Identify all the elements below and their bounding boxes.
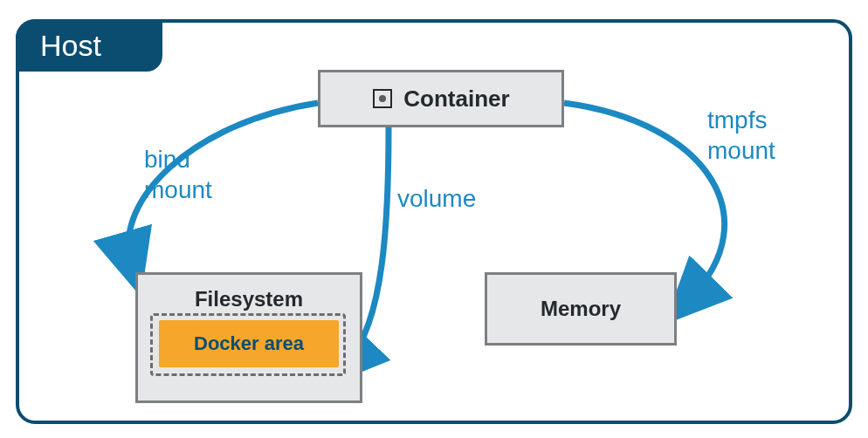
label-volume: volume [397, 183, 476, 214]
filesystem-label: Filesystem [195, 287, 303, 311]
box-memory: Memory [485, 272, 677, 346]
host-tab: Host [16, 19, 162, 72]
label-bind-mount: bindmount [144, 144, 212, 205]
docker-area: Docker area [159, 320, 339, 367]
label-tmpfs-mount: tmpfsmount [707, 105, 775, 166]
docker-storage-diagram: Host Container Filesystem Docker area [0, 0, 868, 438]
box-filesystem: Filesystem Docker area [135, 272, 362, 403]
docker-area-label: Docker area [194, 332, 304, 355]
svg-point-1 [379, 95, 386, 102]
docker-area-wrap: Docker area [159, 320, 339, 369]
container-icon [372, 88, 393, 109]
host-label: Host [40, 29, 101, 63]
memory-label: Memory [541, 297, 621, 321]
container-label: Container [403, 86, 509, 113]
box-container: Container [318, 70, 564, 127]
